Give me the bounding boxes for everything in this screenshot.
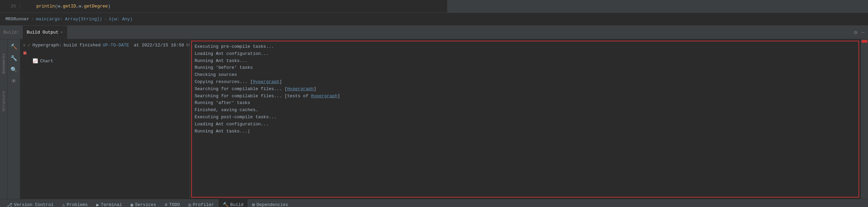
sidebar-icon-2[interactable]: 🔧 [9,54,19,63]
todo-icon: ≡ [165,202,167,207]
breadcrumb: MRSRunner › main(args: Array[String]) › … [0,13,868,26]
function-name: println [36,4,55,9]
line-number: 25 [0,4,20,9]
tab-services[interactable]: ◉ Services [126,199,161,207]
hypergraph-link-2[interactable]: Hypergraph [287,86,314,91]
tab-close-icon[interactable]: × [60,30,63,35]
output-line-2: Running Ant tasks... [195,58,856,65]
settings-icon[interactable]: ⚙ [854,29,857,36]
sidebar-icon-1[interactable]: 🔨 [9,42,19,51]
build-stop-row: ■ [20,49,190,57]
output-line-11: Loading Ant configuration... [195,121,856,128]
output-line-3: Running 'before' tasks [195,64,856,71]
tab-dependencies[interactable]: ⊞ Dependencies [248,199,293,207]
status-highlight: UP-TO-DATE [103,43,129,48]
profiler-label: Profiler [193,202,214,207]
sidebar-icon-4[interactable]: 👁 [9,77,19,86]
right-scrollbar[interactable] [861,39,868,199]
profiler-icon: ◎ [188,202,191,207]
services-label: Services [135,202,156,207]
hypergraph-link-1[interactable]: Hypergraph [253,79,279,84]
build-tree-root[interactable]: ∨ ✓ Hypergraph: build finished UP-TO-DAT… [20,41,190,49]
build-tab-label: Build [230,202,243,207]
minimize-icon[interactable]: — [861,29,865,36]
chart-item[interactable]: 📈 Chart [20,57,190,65]
code-content: println(w.getID,w.getDegree) [20,4,447,9]
todo-label: TODO [169,202,180,207]
output-line-1: Loading Ant configuration... [195,50,856,58]
tab-build-output[interactable]: Build Output × [23,26,67,39]
status-prefix: build finished [64,43,101,48]
breadcrumb-main[interactable]: main(args: Array[String]) [36,17,102,22]
build-text: Build: [3,30,19,35]
chart-icon: 📈 [33,58,38,64]
bookmarks-label[interactable]: Bookmarks [1,52,6,75]
hypergraph-link-3[interactable]: Hypergraph [311,94,337,99]
output-line-5: Copying resources... [Hypergraph] [195,79,856,86]
tab-terminal[interactable]: ▶ Terminal [92,199,126,207]
build-label: Build: [0,26,23,39]
output-line-10: Executing post-compile tasks... [195,114,856,121]
tab-profiler[interactable]: ◎ Profiler [184,199,218,207]
version-control-label: Version Control [14,202,54,207]
output-line-0: Executing pre-compile tasks... [195,43,856,50]
sidebar-icon-3[interactable]: 🔍 [9,65,19,75]
left-vertical-panel: Bookmarks Structure [0,39,7,199]
output-line-7: Searching for compilable files... [tests… [195,93,856,100]
left-sidebar: 🔨 🔧 🔍 👁 [7,39,20,199]
tab-build-output-label: Build Output [27,30,59,35]
output-console[interactable]: Executing pre-compile tasks... Loading A… [191,41,859,198]
tab-todo[interactable]: ≡ TODO [161,199,184,207]
stop-icon[interactable]: ■ [23,50,27,57]
version-control-icon: ⎇ [7,202,12,207]
dependencies-label: Dependencies [257,202,289,207]
output-line-6: Searching for compilable files... [Hyper… [195,86,856,93]
tab-action-icons: ⚙ — [851,26,868,39]
problems-label: Problems [66,202,87,207]
output-line-12: Running Ant tasks... [195,128,856,135]
output-line-9: Finished, saving caches… [195,107,856,114]
build-icon: 🔨 [223,202,229,207]
project-name: Hypergraph: [33,43,62,48]
problems-icon: ⚠ [62,202,65,207]
chart-label: Chart [40,59,53,64]
tab-build[interactable]: 🔨 Build [218,199,248,207]
tree-arrow: ∨ [23,43,25,48]
status-suffix: at 2022/12/15 16:58 [131,43,184,48]
services-icon: ◉ [131,202,133,207]
terminal-icon: ▶ [96,202,99,207]
check-icon: ✓ [27,42,30,48]
structure-label[interactable]: Structure [1,90,6,112]
output-line-4: Checking sources [195,71,856,79]
breadcrumb-mrsrunner[interactable]: MRSRunner [5,17,29,22]
build-panel: ∨ ✓ Hypergraph: build finished UP-TO-DAT… [20,39,190,199]
terminal-label: Terminal [101,202,122,207]
bottom-toolbar: ⎇ Version Control ⚠ Problems ▶ Terminal … [0,199,868,207]
tab-problems[interactable]: ⚠ Problems [58,199,92,207]
output-line-8: Running 'after' tasks [195,100,856,107]
tab-version-control[interactable]: ⎇ Version Control [3,199,58,207]
dependencies-icon: ⊞ [252,202,255,207]
breadcrumb-lambda[interactable]: λ(w: Any) [109,17,133,22]
error-indicator [862,40,867,43]
build-time: 695 ms [186,43,190,48]
code-bar: 25 println(w.getID,w.getDegree) [0,0,868,13]
tab-bar: Build: Build Output × ⚙ — [0,26,868,39]
